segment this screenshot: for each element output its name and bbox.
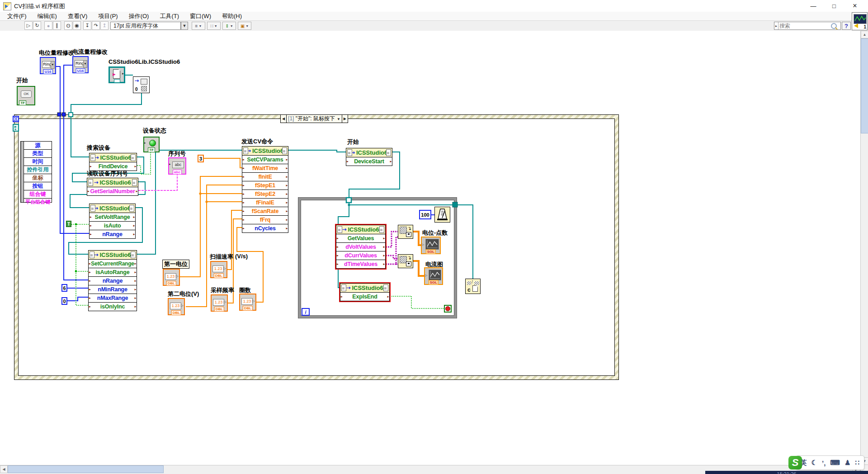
vi-icon[interactable]: 1 [852,12,868,30]
ring-terminal-cur-range[interactable]: Ring ▼ U16 [72,56,89,73]
vertical-scrollbar[interactable]: ▲ ▼ [860,31,868,473]
menu-project[interactable]: 项目(P) [93,12,123,20]
invoke-node-device-start[interactable]: ⇢ICSStudio6 DeviceStart [346,148,392,166]
retain-wire-values-icon[interactable]: ◉ [73,21,81,30]
horizontal-scroll-thumb[interactable] [8,465,164,473]
param-row[interactable]: nMinRange [89,285,137,294]
param-row[interactable]: nRange [89,277,137,285]
invoke-node-set-cv-params[interactable]: ⇢ICSStudio6 SetCVParams fWaitTime fInitE… [242,146,288,233]
vertical-scroll-thumb[interactable] [861,38,868,133]
search-input[interactable] [778,22,831,29]
minimize-button[interactable]: — [803,0,824,12]
loop-iteration-terminal[interactable]: i [302,308,310,316]
abort-icon[interactable]: ● [44,21,52,30]
font-selector[interactable]: 17pt 应用程序字体 [110,22,181,30]
maximize-button[interactable]: □ [824,0,844,12]
chart-terminal-pot-points[interactable]: ▷ SGL [421,237,441,254]
param-row[interactable]: dCurrValues [336,251,385,260]
event-item-ctlref[interactable]: 控件引用 [24,166,52,174]
ring-terminal-pot-range[interactable]: Ring ▼ U16 [40,57,56,74]
method-row[interactable]: GetSerialNumber [87,187,138,195]
menu-help[interactable]: 帮助(H) [217,12,247,20]
invoke-node-set-volt-range[interactable]: ⇢ICSStudio6 SetVoltRange isAuto nRange [89,204,136,239]
param-row[interactable]: fScanRate [242,207,288,216]
step-over-icon[interactable]: ↷ [92,21,100,30]
param-row[interactable]: isAuto [90,222,135,230]
param-row[interactable]: nRange [90,230,135,238]
ime-toolbar[interactable]: 英 ☾ ’, ⌨ ♟ ∷ [796,455,864,470]
param-row[interactable]: nCycles [242,224,288,232]
font-selector-dropdown-icon[interactable]: ▼ [181,22,188,30]
pause-icon[interactable]: ∥ [53,21,61,30]
invoke-node-get-values[interactable]: ⇢ICSStudio6 GetValues dVoltValues dCurrV… [336,225,386,269]
method-row[interactable]: SetCVParams [242,156,288,164]
constant-3[interactable]: 3 [198,155,204,162]
menu-operate[interactable]: 操作(O) [123,12,155,20]
method-row[interactable]: DeviceStart [346,157,392,166]
param-row[interactable]: fInitE [242,173,288,181]
menu-window[interactable]: 窗口(W) [184,12,217,20]
param-row[interactable]: fStepE1 [242,181,288,190]
menu-file[interactable]: 文件(F) [2,12,32,20]
event-timeout-terminal[interactable] [13,116,19,122]
event-selector[interactable]: ◀ [1] "开始": 鼠标按下▼ ▶ [280,114,348,123]
help-button[interactable]: ? [842,22,851,30]
numeric-terminal-sample-freq[interactable]: 1.23 ▷ DBL [211,294,228,312]
numeric-terminal-second-pot[interactable]: 1.23 ▷ DBL [168,298,185,315]
run-continuous-icon[interactable]: ↻ [33,21,41,30]
event-data-node[interactable]: 源 类型 时间 控件引用 坐标 按钮 组合键 平台组合键 [20,141,52,203]
ime-person-icon[interactable]: ♟ [844,459,850,467]
param-row[interactable]: fWaitTime [242,164,288,173]
event-item-coords[interactable]: 坐标 [24,174,52,182]
param-row[interactable]: fStepE2 [242,190,288,199]
index-bundle-cluster-icon[interactable]: ↴ [398,254,413,268]
invoke-node-get-serial[interactable]: ⇢ICSStudio6 GetSerialNumber [87,178,138,196]
string-terminal-serial[interactable]: ▸ abc abc [168,157,186,175]
numeric-terminal-scan-rate[interactable]: 1.23 ▷ DBL [210,261,227,278]
constant-6[interactable]: 6 [61,284,67,292]
constructor-node[interactable]: ⇢ 0 [133,76,150,93]
close-button[interactable]: × [844,0,865,12]
led-terminal-device-status[interactable]: ▸ TF [143,137,160,152]
align-objects-dropdown[interactable]: ≡▼ [192,22,205,30]
param-row[interactable]: nMaxRange [89,294,137,303]
method-row[interactable]: SetCurrentRange [89,260,137,268]
step-out-icon[interactable]: ↥ [100,21,108,30]
event-item-time[interactable]: 时间 [24,158,52,166]
param-row[interactable]: dVoltValues [336,243,385,251]
chart-terminal-current-graph[interactable]: ▷ SGL [424,267,443,285]
method-row[interactable]: SetVoltRange [90,213,135,222]
search-history-icon[interactable]: ▸ [774,22,778,29]
search-box[interactable]: ▸ [774,22,841,30]
ime-keyboard-icon[interactable]: ⌨ [830,459,840,467]
event-item-button[interactable]: 按钮 [24,182,52,190]
invoke-node-exp-is-end[interactable]: ⇢ICSStudio6 ExpIsEnd [340,283,390,301]
method-row[interactable]: FindDevice [90,162,137,171]
numeric-terminal-first-pot[interactable]: 1.23 ▷ DBL [163,269,180,286]
event-prev-icon[interactable]: ◀ [281,115,287,123]
dynamic-event-terminal[interactable] [13,124,19,132]
event-next-icon[interactable]: ▶ [342,115,348,123]
event-item-source[interactable]: 源 [24,142,52,150]
constant-true[interactable]: T [66,221,71,227]
run-icon[interactable]: ▷ [24,21,33,30]
param-row[interactable]: fFrq [242,216,288,224]
sogou-logo-icon[interactable]: S [788,456,802,469]
invoke-node-find-device[interactable]: ⇢ICSStudio6 FindDevice [89,153,137,171]
ime-grid-icon[interactable]: ∷ [855,459,859,467]
class-constant-icsstudio6[interactable]: ► ▸ [108,66,125,83]
loop-stop-terminal[interactable] [444,305,452,313]
invoke-node-set-current-range[interactable]: ⇢ICSStudio6 SetCurrentRange isAutoRange … [88,250,137,311]
constant-100[interactable]: 100 [419,210,431,219]
scroll-up-icon[interactable]: ▲ [861,31,868,38]
event-item-type[interactable]: 类型 [24,150,52,158]
index-bundle-cluster-icon[interactable]: ↴ [398,225,413,239]
param-row[interactable]: isOnlyInc [89,303,137,311]
menu-tools[interactable]: 工具(T) [154,12,184,20]
constant-0[interactable]: 0 [61,297,67,305]
ime-moon-icon[interactable]: ☾ [811,459,817,467]
ime-punct-icon[interactable]: ’, [822,459,826,467]
param-row[interactable]: fFinalE [242,199,288,207]
resize-objects-dropdown[interactable]: ⇕▼ [222,22,236,30]
reorder-dropdown[interactable]: ▣▼ [238,22,251,30]
